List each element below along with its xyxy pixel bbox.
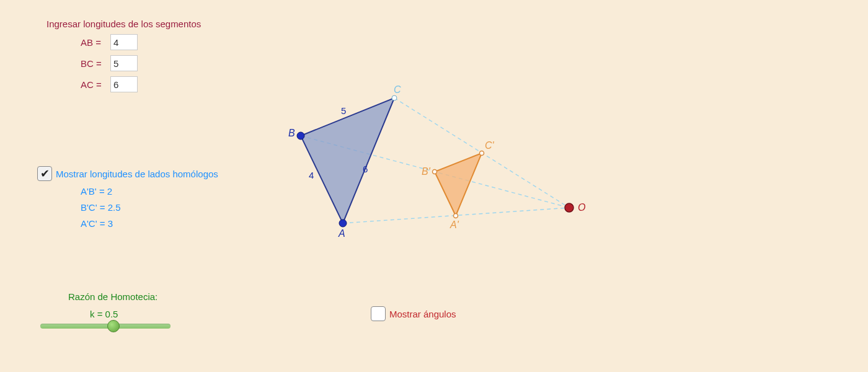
bc-input[interactable] <box>110 55 138 71</box>
ratio-slider-thumb[interactable] <box>107 320 120 332</box>
ratio-k-label: k = 0.5 <box>90 309 118 319</box>
ab-input[interactable] <box>110 34 138 50</box>
label-A1: A' <box>450 219 459 230</box>
show-homologous-checkbox[interactable]: ✔ <box>37 166 52 181</box>
point-B[interactable] <box>297 132 304 140</box>
label-O: O <box>578 202 585 213</box>
label-C1: C' <box>485 140 495 151</box>
a1b1-value: A'B' = 2 <box>81 186 112 197</box>
point-A[interactable] <box>339 219 347 227</box>
side-ac-label: 6 <box>363 164 368 174</box>
ratio-title: Razón de Homotecia: <box>68 291 157 302</box>
show-angles-label: Mostrar ángulos <box>389 309 456 319</box>
show-angles-checkbox[interactable] <box>371 306 386 321</box>
inputs-heading: Ingresar longitudes de los segmentos <box>46 19 201 29</box>
a1c1-value: A'C' = 3 <box>81 218 113 229</box>
homothety-diagram: A B C A' B' C' O 5 4 6 <box>267 74 614 248</box>
ac-input[interactable] <box>110 76 138 92</box>
triangle-ABC <box>301 98 394 223</box>
ratio-slider-track[interactable] <box>40 324 170 329</box>
bc-label: BC = <box>81 58 102 69</box>
b1c1-value: B'C' = 2.5 <box>81 202 121 213</box>
point-O[interactable] <box>565 203 574 212</box>
point-B1 <box>433 170 437 174</box>
label-A: A <box>338 228 345 239</box>
label-B: B <box>288 128 295 138</box>
ab-label: AB = <box>81 37 101 48</box>
ac-label: AC = <box>81 79 102 90</box>
label-C: C <box>394 84 401 95</box>
show-homologous-label: Mostrar longitudes de lados homólogos <box>56 169 218 179</box>
point-C[interactable] <box>392 95 397 100</box>
side-bc-label: 5 <box>341 105 346 116</box>
side-ab-label: 4 <box>309 170 314 180</box>
triangle-A1B1C1 <box>435 153 482 216</box>
label-B1: B' <box>422 166 431 177</box>
point-A1 <box>454 214 458 218</box>
point-C1 <box>480 151 484 156</box>
